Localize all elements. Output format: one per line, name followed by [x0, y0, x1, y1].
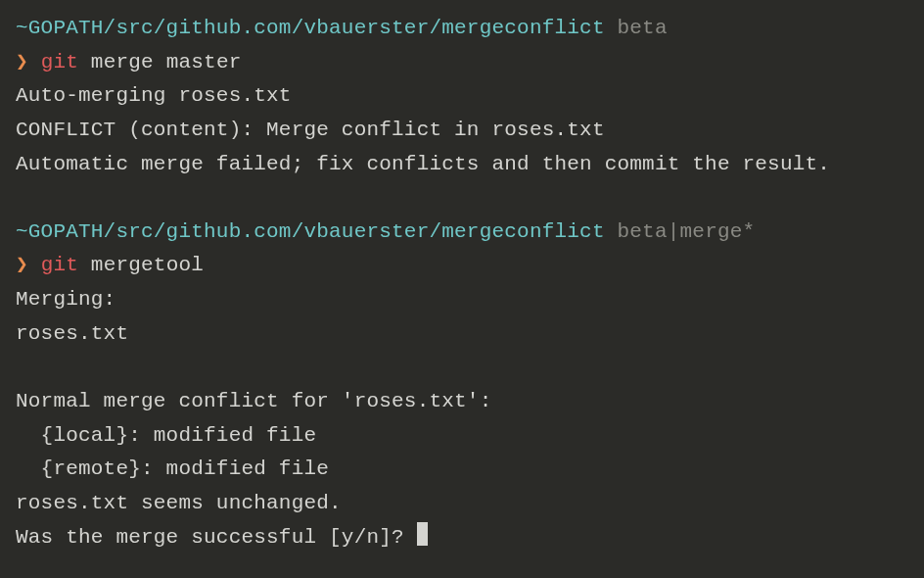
cursor-icon — [417, 522, 428, 546]
output-mergefail: Automatic merge failed; fix conflicts an… — [16, 148, 908, 182]
output-merging: Merging: — [16, 283, 908, 317]
prompt-symbol: ❯ — [16, 51, 41, 73]
command-args: merge master — [78, 51, 241, 73]
command-line-2[interactable]: ❯ git mergetool — [16, 249, 908, 283]
prompt-symbol: ❯ — [16, 254, 41, 276]
prompt-path: ~GOPATH/src/github.com/vbauerster/mergec… — [16, 17, 605, 39]
prompt-line-2: ~GOPATH/src/github.com/vbauerster/mergec… — [16, 216, 908, 250]
output-prompt-yn[interactable]: Was the merge successful [y/n]? — [16, 521, 908, 555]
git-keyword: git — [41, 51, 78, 73]
branch-label: beta|merge* — [618, 220, 756, 243]
output-unchanged: roses.txt seems unchanged. — [16, 487, 908, 521]
output-conflict: CONFLICT (content): Merge conflict in ro… — [16, 114, 908, 148]
blank-line — [16, 181, 908, 216]
command-line-1[interactable]: ❯ git merge master — [16, 46, 908, 80]
output-remote: {remote}: modified file — [16, 453, 908, 487]
output-file: roses.txt — [16, 317, 908, 352]
git-keyword: git — [41, 254, 78, 276]
branch-label: beta — [618, 17, 668, 39]
blank-line — [16, 351, 908, 385]
output-local: {local}: modified file — [16, 419, 908, 454]
prompt-line-1: ~GOPATH/src/github.com/vbauerster/mergec… — [16, 12, 908, 46]
prompt-path: ~GOPATH/src/github.com/vbauerster/mergec… — [16, 220, 605, 243]
output-normal-conflict: Normal merge conflict for 'roses.txt': — [16, 385, 908, 419]
command-args: mergetool — [78, 254, 204, 276]
output-automerge: Auto-merging roses.txt — [16, 79, 908, 114]
